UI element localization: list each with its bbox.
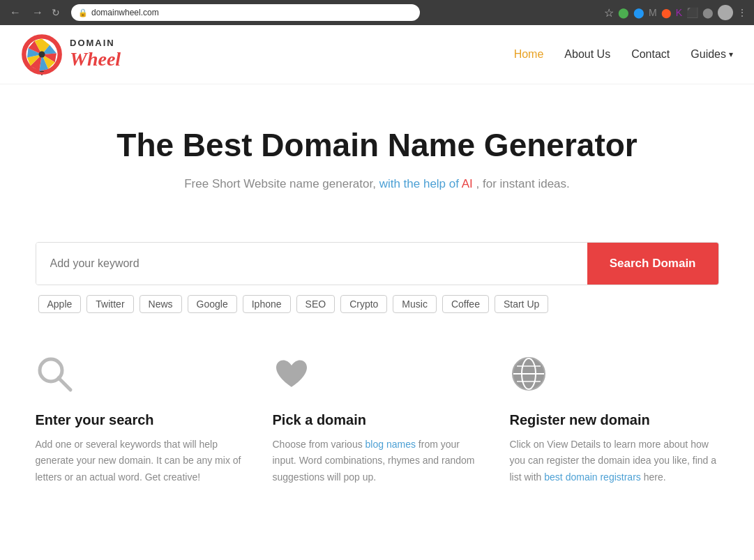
search-tag[interactable]: Coffee [442,295,489,313]
svg-point-2 [39,52,45,58]
logo-text: DOMAIN Wheel [70,38,121,70]
subtitle-part1: Free Short Website name generator, [184,177,376,190]
url-text: domainwheel.com [91,8,159,17]
search-tags: AppleTwitterNewsGoogleIphoneSEOCryptoMus… [36,295,719,313]
feature-register: Register new domain Click on View Detail… [510,355,719,486]
svg-line-6 [59,378,70,390]
back-button[interactable]: ← [7,5,24,20]
site-wrapper: DOMAIN Wheel Home About Us Contact Guide… [0,25,754,528]
features-section: Enter your search Add one or several key… [22,355,733,528]
site-header: DOMAIN Wheel Home About Us Contact Guide… [0,25,754,84]
ext-icon-5[interactable]: K [676,7,682,18]
chevron-down-icon: ▾ [729,50,733,59]
feature-search-desc: Add one or several keywords that will he… [36,437,245,486]
heart-feature-icon [273,355,482,401]
search-tag[interactable]: Apple [38,295,82,313]
guides-label: Guides [691,48,726,61]
ext-icon-1[interactable]: ⬤ [618,7,629,18]
lock-icon: 🔒 [78,8,88,17]
feature-pick-desc-text: Choose from various blog names from your… [273,439,475,483]
browser-chrome: ← → ↻ 🔒 domainwheel.com ☆ ⬤ ⬤ M ⬤ K ⬛ ⬤ … [0,0,754,25]
ext-icon-2[interactable]: ⬤ [633,7,644,18]
search-tag[interactable]: Crypto [340,295,387,313]
logo-area: DOMAIN Wheel [21,33,121,75]
user-avatar[interactable] [718,5,733,20]
search-tag[interactable]: News [140,295,182,313]
subtitle-part3: , for instant ideas. [476,177,570,190]
ext-icon-7[interactable]: ⬤ [702,7,714,18]
nav-home[interactable]: Home [514,48,544,61]
search-tag[interactable]: Twitter [86,295,133,313]
refresh-button[interactable]: ↻ [52,7,60,18]
nav-guides[interactable]: Guides ▾ [691,48,733,61]
feature-search-desc-text: Add one or several keywords that will he… [36,439,241,483]
feature-register-title: Register new domain [510,412,719,428]
feature-pick: Pick a domain Choose from various blog n… [273,355,482,486]
search-domain-button[interactable]: Search Domain [587,243,718,285]
logo-wheel-text: Wheel [70,49,121,70]
logo-wheel-icon [21,33,63,75]
site-nav: Home About Us Contact Guides ▾ [514,48,733,61]
menu-dots[interactable]: ⋮ [737,7,747,18]
feature-pick-title: Pick a domain [273,412,482,428]
hero-title: The Best Domain Name Generator [14,126,740,164]
feature-search-title: Enter your search [36,412,245,428]
feature-register-desc: Click on View Details to learn more abou… [510,437,719,486]
logo-domain-text: DOMAIN [70,38,121,48]
feature-search: Enter your search Add one or several key… [36,355,245,486]
forward-button[interactable]: → [29,5,46,20]
search-input[interactable] [36,243,587,285]
search-tag[interactable]: Google [188,295,237,313]
bookmark-icon[interactable]: ☆ [604,6,614,20]
search-tag[interactable]: Music [393,295,437,313]
search-tag[interactable]: SEO [296,295,335,313]
search-bar: Search Domain [36,242,719,285]
hero-subtitle: Free Short Website name generator, with … [14,175,740,193]
search-tag[interactable]: Start Up [495,295,548,313]
browser-actions: ☆ ⬤ ⬤ M ⬤ K ⬛ ⬤ ⋮ [604,5,747,20]
ext-icon-6[interactable]: ⬛ [686,7,698,18]
ext-icon-4[interactable]: ⬤ [661,8,672,18]
subtitle-part2: with the help of [379,177,459,190]
nav-about[interactable]: About Us [564,48,610,61]
address-bar[interactable]: 🔒 domainwheel.com [71,4,420,21]
search-feature-icon [36,355,245,401]
globe-feature-icon [510,355,719,401]
search-area: Search Domain AppleTwitterNewsGoogleIpho… [22,242,733,313]
search-tag[interactable]: Iphone [243,295,291,313]
nav-contact[interactable]: Contact [631,48,670,61]
ext-icon-3[interactable]: M [649,7,657,18]
feature-pick-desc: Choose from various blog names from your… [273,437,482,486]
hero-section: The Best Domain Name Generator Free Shor… [0,84,754,214]
subtitle-ai: AI [462,177,473,190]
